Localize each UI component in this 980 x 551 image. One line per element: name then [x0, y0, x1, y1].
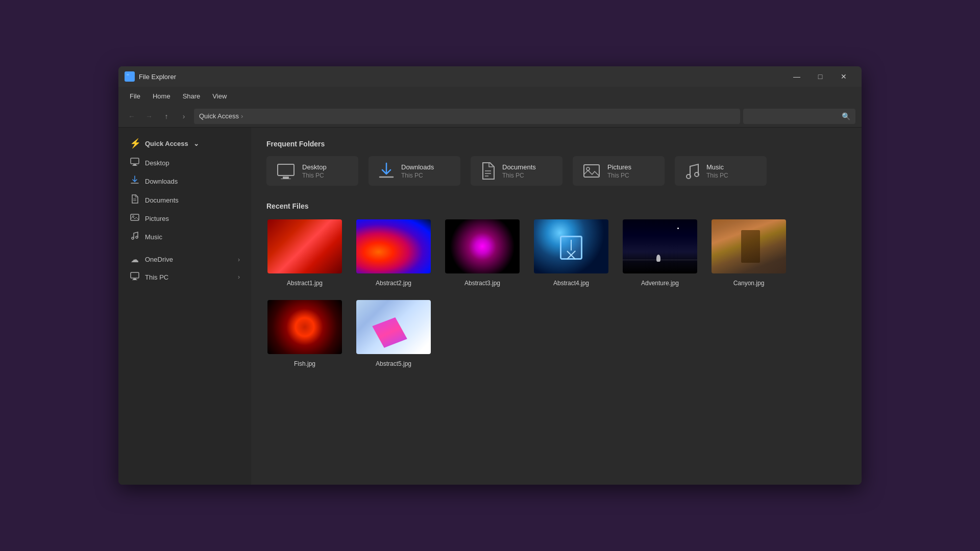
svg-rect-13 [132, 280, 137, 280]
pictures-icon [130, 213, 140, 223]
quick-access-expand-icon: ⌄ [193, 140, 199, 147]
forward-button[interactable]: → [142, 109, 156, 123]
main-content: ⚡ Quick Access ⌄ Desktop [118, 128, 862, 485]
file-abstract3[interactable]: Abstract3.jpg [444, 218, 521, 287]
file-abstract4-name: Abstract4.jpg [553, 280, 589, 287]
file-fish[interactable]: Fish.jpg [266, 299, 343, 367]
file-canyon[interactable]: Canyon.jpg [710, 218, 787, 287]
recent-files-grid: Abstract1.jpg Abstract2.jpg Abstract3.jp… [266, 218, 846, 367]
sidebar-quick-access[interactable]: ⚡ Quick Access ⌄ [121, 134, 248, 153]
pictures-folder-icon [583, 163, 600, 179]
folder-pictures[interactable]: Pictures This PC [573, 156, 665, 186]
file-abstract4[interactable]: Abstract4.jpg [533, 218, 609, 287]
folder-music-sub: This PC [706, 172, 728, 179]
address-bar: ← → ↑ › Quick Access › 🔍 [118, 105, 862, 128]
thispc-expand-icon: › [238, 273, 240, 281]
menu-share[interactable]: Share [178, 90, 206, 102]
svg-rect-1 [127, 74, 129, 76]
search-box[interactable]: 🔍 [743, 109, 855, 124]
file-adventure-thumb [622, 218, 698, 274]
title-bar-left: File Explorer [125, 71, 176, 82]
file-abstract1-name: Abstract1.jpg [287, 280, 323, 287]
desktop-folder-icon [277, 163, 295, 179]
file-abstract1[interactable]: Abstract1.jpg [266, 218, 343, 287]
sidebar-item-onedrive[interactable]: ☁ OneDrive › [121, 251, 248, 268]
svg-rect-11 [131, 272, 139, 278]
svg-point-21 [586, 167, 590, 170]
sidebar-music-label: Music [145, 233, 240, 241]
folder-documents-name: Documents [502, 163, 536, 171]
file-abstract2-name: Abstract2.jpg [376, 280, 411, 287]
folder-documents-sub: This PC [502, 172, 536, 179]
sidebar-item-thispc[interactable]: This PC › [121, 268, 248, 286]
folder-pictures-name: Pictures [607, 163, 631, 171]
sidebar-downloads-label: Downloads [145, 178, 240, 185]
up-button[interactable]: ↑ [159, 109, 174, 123]
file-abstract5-thumb [355, 299, 432, 355]
window-title: File Explorer [139, 73, 176, 81]
title-controls: — □ ✕ [785, 68, 855, 85]
documents-icon [130, 194, 140, 206]
path-chevron-right: › [177, 109, 191, 123]
downloads-icon [130, 176, 140, 187]
content-area: Frequent Folders Desktop This PC [251, 128, 862, 485]
sidebar-documents-label: Documents [145, 196, 240, 204]
file-adventure[interactable]: Adventure.jpg [622, 218, 698, 287]
svg-rect-12 [133, 279, 136, 280]
back-button[interactable]: ← [125, 109, 139, 123]
music-folder-icon [685, 162, 699, 180]
file-canyon-name: Canyon.jpg [733, 280, 765, 287]
recent-files-title: Recent Files [266, 202, 846, 210]
sidebar-item-documents[interactable]: Documents [121, 191, 248, 209]
close-button[interactable]: ✕ [832, 68, 855, 85]
thispc-icon [130, 272, 140, 282]
path-chevron: › [241, 112, 243, 120]
quick-access-label: Quick Access [145, 140, 188, 147]
address-path[interactable]: Quick Access › [194, 109, 740, 124]
file-abstract5[interactable]: Abstract5.jpg [355, 299, 432, 367]
folder-pictures-sub: This PC [607, 172, 631, 179]
desktop-icon [130, 158, 140, 168]
svg-rect-20 [584, 165, 599, 177]
menu-home[interactable]: Home [148, 90, 176, 102]
file-abstract2[interactable]: Abstract2.jpg [355, 218, 432, 287]
onedrive-icon: ☁ [130, 255, 140, 264]
svg-point-10 [136, 236, 138, 238]
sidebar-item-desktop[interactable]: Desktop [121, 154, 248, 171]
sidebar-item-pictures[interactable]: Pictures [121, 210, 248, 227]
sidebar-item-music[interactable]: Music [121, 228, 248, 246]
file-fish-thumb [266, 299, 343, 355]
sidebar-onedrive-label: OneDrive [145, 256, 233, 263]
sidebar-item-downloads[interactable]: Downloads [121, 172, 248, 190]
sidebar-thispc-label: This PC [145, 273, 233, 281]
menu-view[interactable]: View [207, 90, 232, 102]
folder-desktop[interactable]: Desktop This PC [266, 156, 358, 186]
folder-music-name: Music [706, 163, 728, 171]
svg-rect-2 [131, 158, 139, 164]
svg-rect-14 [278, 164, 294, 176]
title-bar: File Explorer — □ ✕ [118, 66, 862, 87]
folder-downloads[interactable]: Downloads This PC [369, 156, 460, 186]
file-explorer-window: File Explorer — □ ✕ File Home Share View… [118, 66, 862, 485]
minimize-button[interactable]: — [785, 68, 808, 85]
menu-bar: File Home Share View [118, 87, 862, 105]
frequent-folders-grid: Desktop This PC Downloads This PC [266, 156, 846, 186]
file-abstract4-thumb [533, 218, 609, 274]
svg-rect-4 [132, 165, 137, 166]
window-icon [125, 71, 135, 82]
onedrive-expand-icon: › [238, 256, 240, 263]
file-adventure-name: Adventure.jpg [641, 280, 679, 287]
file-abstract1-thumb [266, 218, 343, 274]
folder-music[interactable]: Music This PC [675, 156, 767, 186]
file-fish-name: Fish.jpg [294, 360, 315, 367]
svg-rect-15 [283, 177, 289, 179]
folder-documents[interactable]: Documents This PC [471, 156, 562, 186]
menu-file[interactable]: File [125, 90, 145, 102]
svg-rect-3 [133, 164, 136, 165]
search-icon[interactable]: 🔍 [842, 112, 850, 120]
sidebar: ⚡ Quick Access ⌄ Desktop [118, 128, 251, 485]
maximize-button[interactable]: □ [808, 68, 832, 85]
folder-downloads-sub: This PC [401, 172, 434, 179]
path-quick-access[interactable]: Quick Access [199, 112, 239, 120]
search-input[interactable] [748, 112, 839, 120]
